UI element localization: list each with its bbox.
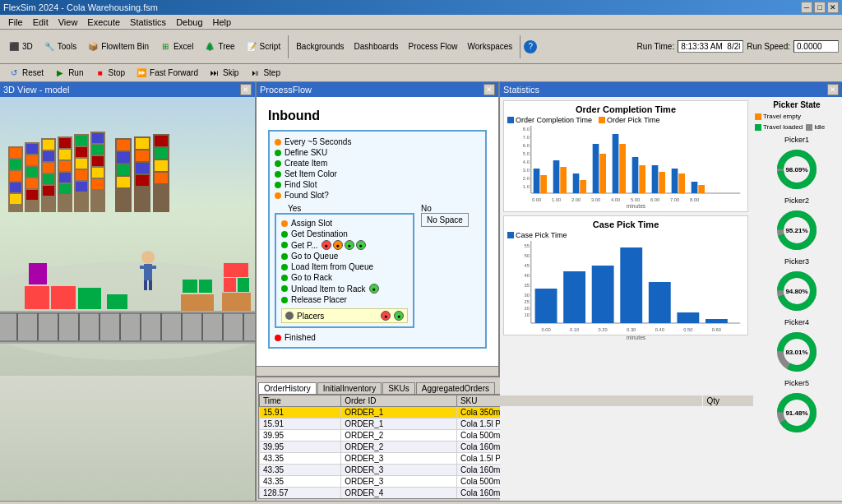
picker-legend: Travel empty Travel loaded Idle xyxy=(755,113,839,131)
status-bar: [1][1] Data Type (number) xyxy=(0,501,842,504)
unload-green-btn[interactable]: ● xyxy=(369,284,379,294)
col-orderid[interactable]: Order ID xyxy=(341,395,457,407)
tab-skus[interactable]: SKUs xyxy=(382,382,415,394)
btn-stop[interactable]: ■ Stop xyxy=(89,65,129,81)
cell-time: 43.35 xyxy=(260,465,341,476)
donut-pct: 94.80% xyxy=(785,288,807,295)
btn-step[interactable]: ⏯ Step xyxy=(244,65,285,81)
placers-red[interactable]: ● xyxy=(381,311,391,321)
svg-rect-113 xyxy=(692,182,698,193)
circle-buttons: ● ● ● ● xyxy=(322,240,366,250)
btn-workspaces[interactable]: Workspaces xyxy=(463,40,516,53)
flow-every5s: Every ~5 Seconds xyxy=(275,136,480,147)
btn-dashboards[interactable]: Dashboards xyxy=(350,40,403,53)
svg-rect-63 xyxy=(160,313,162,340)
tab-orderhistory[interactable]: OrderHistory xyxy=(258,382,317,394)
btn-flowitem[interactable]: 📦 FlowItem Bin xyxy=(82,39,153,55)
svg-rect-46 xyxy=(136,163,149,173)
btn-excel[interactable]: ⊞ Excel xyxy=(155,39,197,55)
close-button[interactable]: ✕ xyxy=(827,2,839,13)
placers-green[interactable]: ● xyxy=(394,311,404,321)
svg-rect-33 xyxy=(92,133,104,143)
maximize-button[interactable]: □ xyxy=(814,2,826,13)
svg-text:0.60: 0.60 xyxy=(712,327,722,332)
dot-definesku xyxy=(275,150,281,156)
svg-rect-66 xyxy=(222,313,224,340)
minimize-button[interactable]: ─ xyxy=(801,2,812,13)
reset-icon: ↺ xyxy=(7,67,21,80)
dot-loaditem xyxy=(281,264,288,270)
menu-debug[interactable]: Debug xyxy=(171,17,207,27)
legend-orange-sq xyxy=(599,117,605,123)
flow-unloaditem: Unload Item to Rack ● xyxy=(281,283,408,294)
cell-time: 43.35 xyxy=(260,476,341,488)
circle-orange-btn[interactable]: ● xyxy=(333,240,343,250)
btn-tools[interactable]: 🔧 Tools xyxy=(39,39,81,55)
btn-processflow[interactable]: Process Flow xyxy=(404,40,461,53)
picker-label: Picker5 xyxy=(784,379,809,387)
btn-run[interactable]: ▶ Run xyxy=(49,65,87,81)
chart1-title: Order Completion Time xyxy=(507,104,744,114)
menu-bar: File Edit View Execute Statistics Debug … xyxy=(0,15,842,30)
btn-3d[interactable]: ⬛ 3D xyxy=(3,39,37,55)
stats-content: Order Completion Time Order Completion T… xyxy=(500,97,842,501)
flow-gotorack: Go to Rack xyxy=(281,272,408,283)
svg-rect-141 xyxy=(677,312,699,323)
svg-rect-41 xyxy=(117,164,130,175)
run-time-input[interactable] xyxy=(678,40,743,53)
main-toolbar: ⬛ 3D 🔧 Tools 📦 FlowItem Bin ⊞ Excel 🌲 Tr… xyxy=(0,30,842,64)
btn-skip[interactable]: ⏭ Skip xyxy=(204,65,243,81)
dot-setcolor xyxy=(275,171,281,178)
col-sku[interactable]: SKU xyxy=(456,395,703,407)
tab-aggregatedorders[interactable]: AggregatedOrders xyxy=(416,382,495,394)
svg-rect-23 xyxy=(59,161,71,171)
menu-file[interactable]: File xyxy=(3,17,28,27)
svg-rect-16 xyxy=(43,151,54,161)
menu-execute[interactable]: Execute xyxy=(82,17,125,27)
dot-createitem xyxy=(275,160,281,167)
chart-case-pick: Case Pick Time Case Pick Time 55 xyxy=(503,215,748,335)
svg-rect-112 xyxy=(678,173,685,193)
run-speed-input[interactable] xyxy=(793,40,839,53)
stats-title-bar: Statistics ✕ xyxy=(500,82,842,97)
btn-script[interactable]: 📝 Script xyxy=(241,39,285,55)
svg-rect-22 xyxy=(59,150,71,160)
help-icon[interactable]: ? xyxy=(524,40,537,53)
view3d-close[interactable]: ✕ xyxy=(240,84,252,95)
btn-fastforward[interactable]: ⏩ Fast Forward xyxy=(131,65,202,81)
donut-pct: 98.09% xyxy=(785,166,807,173)
menu-edit[interactable]: Edit xyxy=(28,17,53,27)
cell-order_id: ORDER_4 xyxy=(341,488,457,499)
menu-view[interactable]: View xyxy=(53,17,83,27)
col-qty[interactable]: Qty xyxy=(703,395,754,407)
placers-row: Placers ● ● xyxy=(281,308,408,323)
svg-text:1.0: 1.0 xyxy=(523,184,530,189)
btn-tree[interactable]: 🌲 Tree xyxy=(199,39,238,55)
dot-getdest xyxy=(281,231,288,238)
circle-green-btn[interactable]: ● xyxy=(345,240,354,250)
stats-close[interactable]: ✕ xyxy=(827,84,839,95)
menu-statistics[interactable]: Statistics xyxy=(125,17,171,27)
circle-green2-btn[interactable]: ● xyxy=(356,240,366,250)
pf-h-scroll[interactable] xyxy=(257,366,498,376)
flow-releaseplacer: Release Placer xyxy=(281,294,408,305)
btn-reset[interactable]: ↺ Reset xyxy=(3,65,48,81)
pf-close[interactable]: ✕ xyxy=(483,84,495,95)
processflow-content[interactable]: Inbound Every ~5 Seconds Define SKU C xyxy=(257,97,498,366)
picker-card-picker5: Picker591.48% xyxy=(755,379,839,437)
middle-panel: ProcessFlow ✕ Inbound Every ~5 Seconds xyxy=(257,82,500,501)
btn-backgrounds[interactable]: Backgrounds xyxy=(292,40,348,53)
processflow-title-text: ProcessFlow xyxy=(260,85,312,95)
tab-initialinventory[interactable]: InitialInventory xyxy=(317,382,382,394)
script-icon: 📝 xyxy=(245,40,258,53)
svg-rect-36 xyxy=(92,168,104,178)
picker-card-picker4: Picker483.01% xyxy=(755,318,839,377)
svg-rect-3 xyxy=(10,148,21,158)
svg-rect-99 xyxy=(553,160,560,193)
col-time[interactable]: Time xyxy=(260,395,341,407)
flow-definesku: Define SKU xyxy=(275,147,480,158)
menu-help[interactable]: Help xyxy=(208,17,237,27)
view3d-canvas[interactable] xyxy=(0,97,255,501)
dot-foundslot xyxy=(275,192,281,199)
circle-red-btn[interactable]: ● xyxy=(322,240,331,250)
